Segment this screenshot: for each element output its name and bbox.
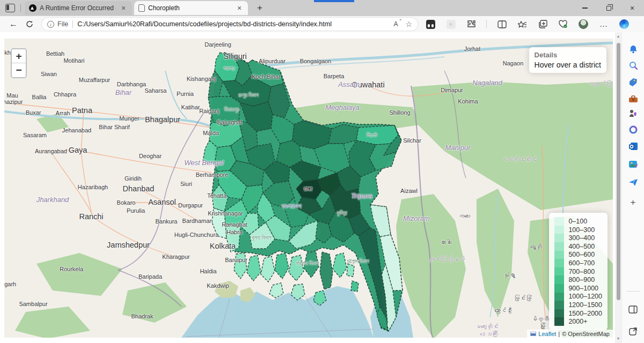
map-label: Manipur xyxy=(445,144,471,152)
legend-label: 900–1000 xyxy=(568,285,598,292)
leaflet-link[interactable]: Leaflet xyxy=(538,331,556,337)
legend-swatch xyxy=(554,242,564,251)
osm-link[interactable]: © OpenStreetMap xyxy=(562,331,610,337)
browser-essentials-icon[interactable] xyxy=(558,19,568,29)
page-scrollbar[interactable]: ▲ ▼ xyxy=(615,32,621,343)
refresh-button[interactable] xyxy=(21,18,38,31)
extension-faded-icon[interactable] xyxy=(445,19,456,29)
legend-label: 2000+ xyxy=(568,318,587,325)
background-window-strip xyxy=(314,0,354,2)
map-label: ရွှေဘို xyxy=(530,243,542,250)
tab-close-icon[interactable]: × xyxy=(119,4,128,12)
map-label: Darbhanga xyxy=(117,81,146,87)
map-label: Purnia xyxy=(177,91,194,97)
map-label: Nagaon xyxy=(503,60,524,66)
map-label: Silchar xyxy=(403,137,421,144)
tab-actions-icon[interactable] xyxy=(5,4,15,12)
map-label: Kishanganj xyxy=(187,76,216,82)
split-screen-icon[interactable] xyxy=(496,19,507,29)
map-label: Baruipur xyxy=(225,257,247,263)
tab-close-icon[interactable]: × xyxy=(235,4,244,12)
scheme-label: File xyxy=(57,20,68,28)
favorite-star-icon[interactable]: ☆ xyxy=(405,20,412,28)
url-text[interactable]: C:/Users/Samiur%20Rafi/Documents/codefil… xyxy=(77,20,389,28)
zoom-out-button[interactable]: − xyxy=(12,63,26,77)
legend-label: 0–100 xyxy=(568,218,587,225)
map-label: Bihar Sharif xyxy=(99,124,129,130)
legend-row: 0–100 xyxy=(554,217,602,226)
legend-label: 600–700 xyxy=(568,259,595,267)
copilot-icon[interactable] xyxy=(619,19,630,29)
browser-window: A Runtime Error Occurred – Verc × Chorop… xyxy=(0,0,644,343)
leaflet-flag-icon xyxy=(530,332,536,336)
leaflet-map[interactable]: khpurBettiahMotihariSiwanMuzaffarpurDarb… xyxy=(4,39,613,338)
map-label: Mau xyxy=(6,92,18,99)
map-label: Siliguri xyxy=(223,52,247,61)
collections-icon[interactable] xyxy=(537,19,548,29)
map-label: မုံရွာ xyxy=(503,272,515,278)
tab-title: A Runtime Error Occurred – Verc xyxy=(40,4,116,12)
games-icon[interactable] xyxy=(628,108,639,119)
legend-row: 800–900 xyxy=(554,275,602,284)
tab-strip: A Runtime Error Occurred – Verc × Chorop… xyxy=(0,0,644,16)
scrollbar-thumb[interactable] xyxy=(617,43,620,300)
legend-swatch xyxy=(554,259,564,267)
drop-icon[interactable] xyxy=(628,177,639,188)
add-sidebar-item-icon[interactable]: + xyxy=(628,197,639,208)
map-label: Tehatta xyxy=(207,192,226,199)
more-menu-icon[interactable]: ... xyxy=(598,19,609,29)
favorites-icon[interactable] xyxy=(517,19,528,29)
divider xyxy=(20,4,21,12)
map-label: Balurghat xyxy=(217,119,242,125)
restore-button[interactable] xyxy=(597,0,620,16)
close-button[interactable]: × xyxy=(620,0,644,16)
zoom-in-button[interactable]: + xyxy=(12,49,26,63)
notifications-bell-icon[interactable] xyxy=(628,44,639,55)
map-label: চট্টগ্রাম বিভাগ xyxy=(347,258,369,265)
map-label: Muzaffarpur xyxy=(79,77,111,83)
map-label: ကချင်ပြ xyxy=(588,80,612,87)
back-button[interactable]: ← xyxy=(5,18,21,31)
map-label: Dimapur xyxy=(441,87,463,93)
minimize-button[interactable] xyxy=(573,0,597,16)
shopping-tag-icon[interactable] xyxy=(628,77,639,87)
map-label: Bettiah xyxy=(46,50,64,57)
tab-runtime-error[interactable]: A Runtime Error Occurred – Verc × xyxy=(25,1,132,15)
map-label: Jharkhand xyxy=(36,196,69,204)
legend-row: 2000+ xyxy=(554,317,602,326)
legend-label: 800–900 xyxy=(568,276,595,284)
map-label: Jorhat xyxy=(464,46,481,52)
legend-swatch xyxy=(554,275,564,284)
tab-choropleth[interactable]: Choropleth × xyxy=(134,1,248,15)
map-label: Siwan xyxy=(41,71,57,77)
open-external-icon[interactable] xyxy=(628,326,639,337)
toolbox-icon[interactable] xyxy=(628,94,639,105)
legend-row: 700–800 xyxy=(554,267,602,276)
map-label: দিনাজপুর xyxy=(224,107,239,113)
legend-label: 700–800 xyxy=(568,268,595,275)
map-label: Berhampore xyxy=(196,172,229,178)
sidebar-pane-icon[interactable] xyxy=(628,304,639,315)
extensions-puzzle-icon[interactable] xyxy=(466,19,477,29)
scroll-down-icon[interactable]: ▼ xyxy=(615,335,621,342)
new-tab-button[interactable]: + xyxy=(253,2,266,14)
legend-swatch xyxy=(554,309,564,318)
extension-dark-icon[interactable] xyxy=(425,19,436,29)
legend-row: 400–500 xyxy=(554,242,602,251)
microsoft-loop-icon[interactable] xyxy=(628,124,639,135)
map-label: Habra xyxy=(226,229,243,235)
map-label: မကွေးတိုင်း xyxy=(475,323,499,330)
search-icon[interactable] xyxy=(628,60,639,71)
designer-image-icon[interactable] xyxy=(628,159,639,170)
address-bar[interactable]: i File C:/Users/Samiur%20Rafi/Documents/… xyxy=(42,18,418,31)
site-info-icon[interactable]: i xyxy=(47,21,54,28)
map-label: Guwahati xyxy=(352,80,384,89)
outlook-icon[interactable] xyxy=(628,141,639,152)
read-aloud-icon[interactable]: A xyxy=(393,20,398,28)
legend-row: 1000–1200 xyxy=(554,293,602,301)
map-label: မြို့ xyxy=(540,323,546,329)
scroll-up-icon[interactable]: ▲ xyxy=(615,33,621,40)
page-icon xyxy=(138,4,145,12)
profile-avatar[interactable] xyxy=(578,19,589,29)
vercel-icon xyxy=(29,4,36,12)
